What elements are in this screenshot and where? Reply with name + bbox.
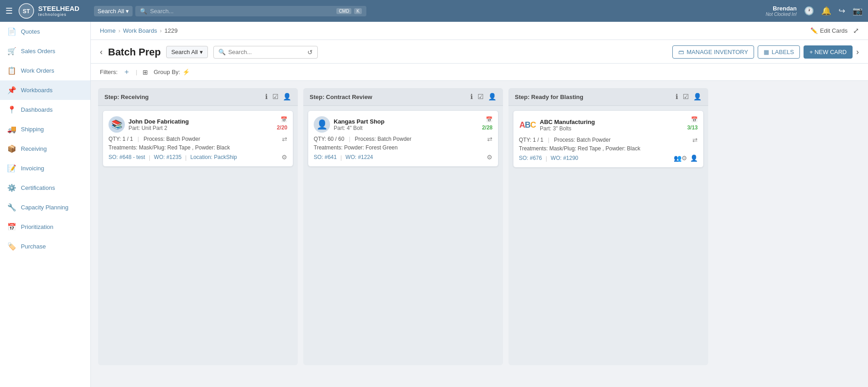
- calendar-icon-blasting: 📅: [691, 116, 698, 123]
- group-by-icon: ⚡: [182, 69, 190, 75]
- col-info-icon-receiving[interactable]: ℹ: [265, 93, 268, 101]
- sidebar-item-purchase[interactable]: 🏷️ Purchase: [0, 237, 90, 256]
- capacity-planning-icon: 🔧: [7, 203, 16, 212]
- user-name: Brendan: [766, 5, 797, 12]
- col-person-icon-receiving[interactable]: 👤: [283, 93, 291, 101]
- kanban-col-ready-for-blasting: Step: Ready for Blasting ℹ ☑ 👤 ABC: [508, 88, 708, 365]
- expand-icon[interactable]: ⤢: [853, 26, 859, 35]
- sidebar-item-quotes[interactable]: 📄 Quotes: [0, 22, 90, 41]
- sidebar-item-capacity-planning[interactable]: 🔧 Capacity Planning: [0, 198, 90, 217]
- card-part: Part: Unit Part 2: [128, 125, 189, 131]
- col-header-icons-blasting: ℹ ☑ 👤: [676, 93, 702, 101]
- sales-orders-icon: 🛒: [7, 47, 16, 55]
- card-so-link[interactable]: SO: #648 - test: [108, 154, 145, 160]
- sidebar-item-dashboards[interactable]: 📍 Dashboards: [0, 100, 90, 119]
- card-qty-row: QTY: 1 / 1 | Process: Batch Powder ⇄: [519, 136, 698, 144]
- breadcrumb-work-boards[interactable]: Work Boards: [123, 27, 157, 34]
- sidebar-item-workboards[interactable]: 📌 Workboards: [0, 80, 90, 100]
- sidebar-label-certifications: Certifications: [21, 184, 55, 191]
- sidebar-item-sales-orders[interactable]: 🛒 Sales Orders: [0, 41, 90, 61]
- logo-subtitle: technologies: [38, 12, 79, 17]
- new-card-button[interactable]: + NEW CARD: [804, 45, 853, 59]
- breadcrumb-actions: ✏️ Edit Cards ⤢: [810, 26, 859, 35]
- card-avatar-person: 👤: [314, 116, 330, 133]
- edit-cards-button[interactable]: ✏️ Edit Cards: [810, 27, 848, 34]
- col-info-icon-blasting[interactable]: ℹ: [676, 93, 678, 101]
- workboards-icon: 📌: [7, 86, 16, 94]
- card-date-contract: 📅 2/28: [482, 116, 493, 131]
- breadcrumb-home[interactable]: Home: [100, 27, 116, 34]
- board-nav-next[interactable]: ›: [856, 47, 859, 57]
- card-so-link[interactable]: SO: #676: [519, 155, 542, 161]
- col-header-ready-for-blasting: Step: Ready for Blasting ℹ ☑ 👤: [508, 88, 708, 106]
- board-title: Batch Prep: [108, 46, 161, 58]
- card-avatar-stack: 📚: [108, 116, 125, 133]
- card-date-blasting: 📅 3/13: [687, 116, 698, 131]
- card-customer: 👤 Kangas Part Shop Part: 4" Bolt: [314, 116, 385, 133]
- kanban-card: 📚 John Doe Fabricating Part: Unit Part 2…: [103, 110, 293, 167]
- clock-icon[interactable]: 🕐: [804, 6, 814, 16]
- sidebar-item-certifications[interactable]: ⚙️ Certifications: [0, 178, 90, 198]
- group-by-button[interactable]: Group By: ⚡: [153, 69, 190, 75]
- person-settings-icon: 👥⚙: [674, 154, 687, 162]
- card-wo-link[interactable]: WO: #1224: [345, 154, 373, 160]
- sidebar-item-invoicing[interactable]: 📝 Invoicing: [0, 159, 90, 178]
- col-header-icons-contract-review: ℹ ☑ 👤: [470, 93, 497, 101]
- bell-icon[interactable]: 🔔: [821, 6, 831, 16]
- manage-inventory-button[interactable]: 🗃 MANAGE INVENTORY: [672, 45, 754, 59]
- sidebar-label-invoicing: Invoicing: [21, 165, 44, 172]
- sidebar-label-quotes: Quotes: [21, 28, 40, 35]
- card-treatments: Treatments: Mask/Plug: Red Tape , Powder…: [108, 144, 287, 151]
- top-navigation: ☰ ST STEELHEAD technologies Search All ▾…: [0, 0, 868, 22]
- sidebar-item-work-orders[interactable]: 📋 Work Orders: [0, 61, 90, 80]
- board-nav-prev[interactable]: ‹: [100, 47, 103, 57]
- card-so-link[interactable]: SO: #641: [314, 154, 337, 160]
- sidebar-item-receiving[interactable]: 📦 Receiving: [0, 139, 90, 159]
- hamburger-menu[interactable]: ☰: [5, 6, 13, 16]
- kanban-board: Step: Receiving ℹ ☑ 👤 📚 John Doe Fabrica…: [91, 81, 868, 372]
- topnav-right: Brendan Not Clocked In! 🕐 🔔 ↪ 📷: [766, 5, 863, 17]
- quotes-icon: 📄: [7, 27, 16, 36]
- kanban-col-receiving: Step: Receiving ℹ ☑ 👤 📚 John Doe Fabrica…: [98, 88, 298, 365]
- card-customer: 📚 John Doe Fabricating Part: Unit Part 2: [108, 116, 189, 133]
- card-location-link[interactable]: Location: PackShip: [190, 154, 237, 160]
- sidebar-item-prioritization[interactable]: 📅 Prioritization: [0, 217, 90, 237]
- card-avatar-abc: ABC: [519, 116, 536, 134]
- board-search-input[interactable]: [228, 49, 305, 55]
- col-person-icon-contract[interactable]: 👤: [488, 93, 497, 101]
- card-wo-link[interactable]: WO: #1235: [154, 154, 182, 160]
- col-title-contract-review: Step: Contract Review: [310, 94, 372, 100]
- col-checklist-icon-contract[interactable]: ☑: [478, 93, 483, 101]
- col-checklist-icon-receiving[interactable]: ☑: [272, 93, 278, 101]
- col-header-receiving: Step: Receiving ℹ ☑ 👤: [98, 88, 298, 106]
- sidebar-label-work-orders: Work Orders: [21, 67, 54, 74]
- card-part: Part: 3" Bolts: [540, 125, 595, 132]
- col-header-contract-review: Step: Contract Review ℹ ☑ 👤: [303, 88, 503, 106]
- invoicing-icon: 📝: [7, 164, 16, 173]
- card-wo-link[interactable]: WO: #1290: [551, 155, 578, 161]
- board-actions: 🗃 MANAGE INVENTORY ▦ LABELS + NEW CARD ›: [672, 45, 859, 59]
- board-search-all-btn[interactable]: Search All ▾: [166, 46, 208, 58]
- prioritization-icon: 📅: [7, 223, 16, 231]
- col-info-icon-contract[interactable]: ℹ: [470, 93, 473, 101]
- add-filter-button[interactable]: ＋: [123, 67, 130, 77]
- sidebar: 📄 Quotes 🛒 Sales Orders 📋 Work Orders 📌 …: [0, 22, 91, 387]
- inventory-icon: 🗃: [678, 49, 684, 55]
- kanban-col-contract-review: Step: Contract Review ℹ ☑ 👤 👤 Kangas Par…: [303, 88, 503, 365]
- labels-button[interactable]: ▦ LABELS: [758, 45, 800, 59]
- refresh-button[interactable]: ↺: [307, 49, 313, 56]
- col-person-icon-blasting[interactable]: 👤: [693, 93, 702, 101]
- card-date-receiving: 📅 2/20: [277, 116, 287, 131]
- global-search-input[interactable]: [150, 8, 334, 15]
- sidebar-label-dashboards: Dashboards: [21, 106, 53, 113]
- kbd-cmd: CMD: [336, 8, 351, 14]
- camera-icon[interactable]: 📷: [853, 6, 863, 16]
- card-links: SO: #676 | WO: #1290 👥⚙ 👤: [519, 154, 698, 162]
- col-checklist-icon-blasting[interactable]: ☑: [683, 93, 689, 101]
- logout-icon[interactable]: ↪: [838, 6, 845, 16]
- sidebar-label-capacity-planning: Capacity Planning: [21, 204, 69, 211]
- kanban-card: ABC ABC Manufacturing Part: 3" Bolts 📅 3…: [513, 110, 704, 168]
- breadcrumb: Home › Work Boards › 1229: [100, 27, 178, 34]
- search-dropdown-btn[interactable]: Search All ▾: [94, 6, 133, 16]
- sidebar-item-shipping[interactable]: 🚚 Shipping: [0, 119, 90, 139]
